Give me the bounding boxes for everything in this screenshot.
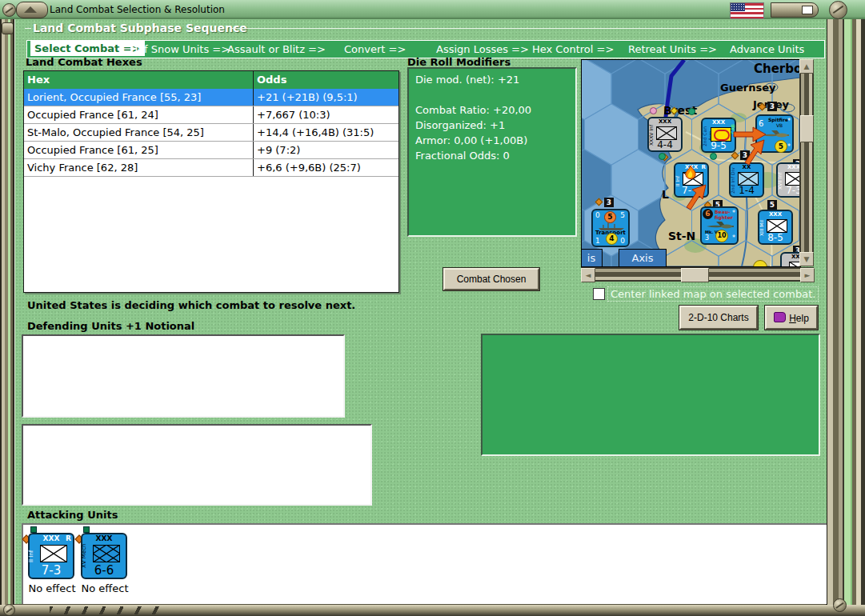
- unit-corner-r: R: [702, 164, 706, 170]
- scroll-down-button[interactable]: ▼: [799, 252, 814, 266]
- aircraft-model: VB: [776, 122, 783, 128]
- scroll-left-button[interactable]: ◄: [581, 268, 595, 282]
- unit-size: XXX: [649, 118, 681, 125]
- naval-value-circle: 4: [606, 233, 618, 245]
- unit-counter-7-burning[interactable]: XXX R II Inf 7-: [674, 162, 709, 198]
- unit-wing: CAB: [730, 124, 735, 134]
- unit-counter-4-4[interactable]: XXX XXXV Inf 4-4: [647, 117, 683, 152]
- die-roll-title: Die Roll Modifiers: [407, 56, 511, 68]
- col-header-hex[interactable]: Hex: [24, 71, 254, 89]
- combat-chosen-button[interactable]: Combat Chosen: [443, 268, 539, 290]
- window-menu-icon[interactable]: [16, 2, 48, 18]
- us-flag-icon: [730, 2, 764, 19]
- table-row[interactable]: Occupied France [61, 24] +7,667 (10:3): [24, 106, 398, 124]
- infantry-symbol-icon: [40, 545, 67, 562]
- attacking-unit-6-6[interactable]: XXX XV Mech 6-6: [81, 533, 127, 579]
- defending-units-list[interactable]: [22, 334, 345, 418]
- seq-step-retreat-units: Retreat Units =>: [628, 43, 717, 55]
- map-tab-partial[interactable]: is: [581, 249, 603, 267]
- stack-dot: [30, 526, 37, 533]
- title-bar[interactable]: Land Combat Selection & Resolution: [0, 0, 865, 20]
- marker-dot: [659, 153, 666, 160]
- map-label-guernsey: Guernsey: [720, 82, 775, 94]
- map-label-cherbourg: Cherbou: [754, 62, 801, 76]
- mech-symbol-icon: [93, 545, 120, 562]
- map-tab-axis[interactable]: Axis: [619, 249, 667, 267]
- screw-icon: [833, 598, 847, 612]
- infantry-symbol-icon: [767, 219, 787, 233]
- map-label-st-nazaire: St-N: [668, 230, 695, 242]
- dialog-content: Land Combat Subphase Sequence Select Com…: [14, 19, 827, 604]
- table-header: Hex Odds: [24, 71, 398, 89]
- unit-counter-1-4[interactable]: XX 2nd Inf Div 1-4: [729, 162, 764, 198]
- vscroll-thumb[interactable]: [800, 115, 814, 142]
- screw-icon: [3, 604, 15, 616]
- window-frame-left: [0, 19, 14, 605]
- unit-counter-transport[interactable]: 0 5 5 Transport 1 4 0: [591, 209, 630, 247]
- table-row[interactable]: St-Malo, Occupied France [54, 25] +14,4 …: [24, 124, 398, 142]
- unit-strength: 9-5: [703, 140, 735, 151]
- map-viewport[interactable]: Cherbou Guernsey Jersey Brest L St-N 3 3…: [581, 59, 801, 267]
- table-row[interactable]: Occupied France [61, 25] +9 (7:2): [24, 142, 398, 159]
- charts-button[interactable]: 2-D-10 Charts: [679, 306, 758, 330]
- map-hscrollbar[interactable]: ◄ ►: [581, 267, 814, 282]
- unit-counter-9-5[interactable]: XXX 2nd Can Arm CAB 9-5: [701, 118, 736, 153]
- attacking-unit-7-3[interactable]: XXX R II Inf 7-3: [28, 533, 74, 579]
- unit-size: XX: [731, 164, 763, 170]
- fire-icon: [683, 166, 698, 182]
- window-frame-right: [826, 19, 865, 605]
- help-label: H: [789, 313, 796, 324]
- unit-counter-partial[interactable]: XXX Inf: [780, 252, 801, 267]
- restore-icon: [802, 6, 813, 14]
- status-message: United States is deciding which combat t…: [27, 299, 355, 311]
- help-label: elp: [796, 313, 809, 324]
- attacking-units-label: Attacking Units: [27, 509, 118, 521]
- table-row[interactable]: Vichy France [62, 28] +6,6 (+9,6B) (25:7…: [24, 159, 398, 177]
- unit-name: Inf: [781, 257, 787, 267]
- help-button[interactable]: Help: [765, 306, 818, 330]
- hscroll-thumb[interactable]: [681, 268, 709, 282]
- hex-badge: 3: [767, 102, 777, 111]
- cell-hex: St-Malo, Occupied France [54, 25]: [24, 124, 254, 141]
- center-map-checkbox-label[interactable]: Center linked map on selected combat.: [607, 286, 819, 302]
- scroll-up-button[interactable]: ▲: [799, 59, 814, 74]
- seq-step-select-combat[interactable]: Select Combat =>: [30, 41, 145, 56]
- star-marker: *: [732, 234, 735, 242]
- unit-counter-7-3-gray[interactable]: XXX XVII Inf 7-3: [776, 162, 801, 198]
- screw-icon: [2, 3, 16, 17]
- seq-step-def-snow: Def Snow Units =>: [130, 43, 230, 55]
- defending-units-list-2[interactable]: [22, 424, 372, 506]
- aircraft-range: 6: [759, 119, 763, 128]
- unit-counter-spitfire[interactable]: Spitfire VB 6 * 5 *: [755, 114, 794, 153]
- naval-value-circle: 5: [604, 211, 616, 223]
- die-mod-net: Die mod. (net): +21: [409, 72, 575, 87]
- star-marker: *: [732, 210, 735, 217]
- aircraft-name: fighter: [715, 214, 733, 220]
- aircraft-value: 3: [705, 234, 709, 242]
- marker-dot: [650, 107, 657, 114]
- triangle-glyph: [24, 6, 37, 13]
- combat-hexes-table: Hex Odds Lorient, Occupied France [55, 2…: [23, 70, 399, 293]
- subphase-group-label: Land Combat Subphase Sequence: [33, 22, 247, 34]
- unit-strength: 8-5: [759, 232, 791, 243]
- map-vscrollbar[interactable]: ▲ ▼: [799, 59, 814, 266]
- window-control-button[interactable]: [771, 2, 819, 18]
- groupbox-line: [25, 28, 31, 29]
- marker-dot: [710, 153, 717, 160]
- unit-effect: No effect: [79, 582, 130, 594]
- seq-step-hex-control: Hex Control =>: [532, 43, 614, 55]
- unit-size: XXX: [82, 534, 126, 542]
- naval-value: 0: [620, 237, 625, 245]
- table-row[interactable]: Lorient, Occupied France [55, 23] +21 (+…: [24, 89, 398, 106]
- unit-counter-8-5[interactable]: XXX XIII Mil 8-5: [758, 210, 793, 245]
- cell-odds: +6,6 (+9,6B) (25:7): [254, 159, 398, 176]
- unit-counter-beaufighter[interactable]: 6 Beau- fighter * Mk. VIF 3 10 *: [700, 206, 739, 245]
- seq-step-assign-losses: Assign Losses =>: [436, 43, 529, 55]
- center-map-checkbox[interactable]: [593, 288, 605, 300]
- star-marker: *: [787, 143, 791, 150]
- hex-badge: 5: [767, 200, 777, 210]
- info-panel: [481, 334, 820, 456]
- star-marker: *: [787, 118, 791, 125]
- scroll-right-button[interactable]: ►: [800, 268, 815, 282]
- col-header-odds[interactable]: Odds: [254, 71, 398, 89]
